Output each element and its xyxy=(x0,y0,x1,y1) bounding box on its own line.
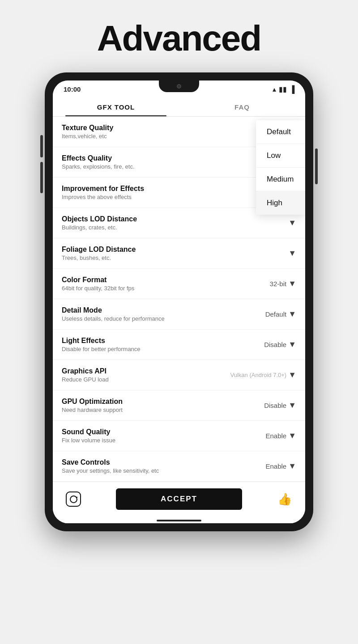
light-effects-subtitle: Disable for better performance xyxy=(62,346,260,352)
save-controls-arrow: ▼ xyxy=(288,462,296,471)
setting-row-foliage-lod: Foliage LOD Distance Trees, bushes, etc.… xyxy=(53,238,305,269)
improvement-effects-title: Improvement for Effects xyxy=(62,185,284,193)
objects-lod-subtitle: Buildings, crates, etc. xyxy=(62,224,284,231)
gpu-optimization-control[interactable]: Disable ▼ xyxy=(264,401,296,410)
effects-quality-dropdown: Default Low Medium High xyxy=(256,120,305,215)
sound-quality-arrow: ▼ xyxy=(288,431,296,441)
objects-lod-control[interactable]: ▼ xyxy=(288,218,296,228)
color-format-arrow: ▼ xyxy=(288,279,296,288)
front-camera xyxy=(177,84,181,89)
tab-bar: GFX TOOL FAQ xyxy=(53,96,305,117)
detail-mode-control[interactable]: Default ▼ xyxy=(265,309,296,319)
graphics-api-control[interactable]: Vulkan (Android 7.0+) ▼ xyxy=(230,370,296,380)
dropdown-item-low[interactable]: Low xyxy=(256,144,305,168)
thumbs-up-button[interactable]: 👍 xyxy=(275,489,294,509)
instagram-icon xyxy=(66,491,81,507)
detail-mode-title: Detail Mode xyxy=(62,306,261,314)
dropdown-item-default[interactable]: Default xyxy=(256,120,305,144)
texture-quality-subtitle: Items,vehicle, etc xyxy=(62,133,261,140)
sound-quality-subtitle: Fix low volume issue xyxy=(62,437,261,444)
color-format-control[interactable]: 32-bit ▼ xyxy=(270,279,296,288)
effects-quality-subtitle: Sparks, explosions, fire, etc. xyxy=(62,163,284,170)
texture-quality-title: Texture Quality xyxy=(62,124,261,132)
dropdown-item-high[interactable]: High xyxy=(256,191,305,215)
graphics-api-arrow: ▼ xyxy=(288,370,296,380)
accept-button[interactable]: ACCEPT xyxy=(116,488,242,510)
color-format-subtitle: 64bit for quality, 32bit for fps xyxy=(62,285,265,292)
volume-up-button[interactable] xyxy=(40,135,43,157)
home-indicator xyxy=(53,516,305,523)
objects-lod-arrow: ▼ xyxy=(288,218,296,228)
foliage-lod-control[interactable]: ▼ xyxy=(288,249,296,258)
setting-row-save-controls: Save Controls Save your settings, like s… xyxy=(53,451,305,482)
power-button[interactable] xyxy=(315,148,318,184)
volume-down-button[interactable] xyxy=(40,162,43,193)
light-effects-title: Light Effects xyxy=(62,337,260,345)
status-icons: ▴ ▮▮ ▐ xyxy=(273,85,294,93)
phone-shell: 10:00 ▴ ▮▮ ▐ GFX TOOL FAQ Tex xyxy=(45,72,313,531)
status-bar: 10:00 ▴ ▮▮ ▐ xyxy=(53,80,305,96)
tab-gfx-tool[interactable]: GFX TOOL xyxy=(53,96,179,116)
phone-screen: 10:00 ▴ ▮▮ ▐ GFX TOOL FAQ Tex xyxy=(53,80,305,523)
foliage-lod-arrow: ▼ xyxy=(288,249,296,258)
sound-quality-title: Sound Quality xyxy=(62,428,261,436)
setting-row-graphics-api: Graphics API Reduce GPU load Vulkan (And… xyxy=(53,360,305,390)
tab-faq[interactable]: FAQ xyxy=(179,96,305,116)
gpu-optimization-title: GPU Optimization xyxy=(62,398,260,406)
save-controls-control[interactable]: Enable ▼ xyxy=(265,462,296,471)
save-controls-subtitle: Save your settings, like sensitivity, et… xyxy=(62,467,261,474)
save-controls-title: Save Controls xyxy=(62,458,261,466)
bottom-bar: ACCEPT 👍 xyxy=(53,482,305,516)
dropdown-item-medium[interactable]: Medium xyxy=(256,168,305,191)
light-effects-arrow: ▼ xyxy=(288,340,296,349)
detail-mode-subtitle: Useless details, reduce for performance xyxy=(62,315,261,322)
light-effects-control[interactable]: Disable ▼ xyxy=(264,340,296,349)
graphics-api-title: Graphics API xyxy=(62,367,226,375)
status-time: 10:00 xyxy=(64,85,81,93)
detail-mode-arrow: ▼ xyxy=(288,309,296,319)
improvement-effects-subtitle: Improves the above effects xyxy=(62,194,284,200)
setting-row-effects-quality: Effects Quality Sparks, explosions, fire… xyxy=(53,147,305,178)
effects-quality-title: Effects Quality xyxy=(62,154,284,162)
objects-lod-title: Objects LOD Distance xyxy=(62,215,284,223)
setting-row-detail-mode: Detail Mode Useless details, reduce for … xyxy=(53,299,305,330)
signal-icon: ▮▮ xyxy=(279,85,287,93)
wifi-icon: ▴ xyxy=(273,85,276,93)
graphics-api-subtitle: Reduce GPU load xyxy=(62,376,226,383)
foliage-lod-title: Foliage LOD Distance xyxy=(62,246,284,254)
gpu-optimization-subtitle: Need hardware support xyxy=(62,407,260,413)
page-title: Advanced xyxy=(97,18,261,59)
settings-list: Texture Quality Items,vehicle, etc Defau… xyxy=(53,117,305,482)
setting-row-sound-quality: Sound Quality Fix low volume issue Enabl… xyxy=(53,421,305,451)
setting-row-color-format: Color Format 64bit for quality, 32bit fo… xyxy=(53,269,305,299)
color-format-title: Color Format xyxy=(62,276,265,284)
setting-row-gpu-optimization: GPU Optimization Need hardware support D… xyxy=(53,390,305,421)
setting-row-light-effects: Light Effects Disable for better perform… xyxy=(53,330,305,360)
sound-quality-control[interactable]: Enable ▼ xyxy=(265,431,296,441)
instagram-button[interactable] xyxy=(64,489,83,509)
thumbs-up-icon: 👍 xyxy=(277,492,292,506)
battery-icon: ▐ xyxy=(290,85,294,93)
notch xyxy=(159,80,199,92)
gpu-optimization-arrow: ▼ xyxy=(288,401,296,410)
foliage-lod-subtitle: Trees, bushes, etc. xyxy=(62,254,284,261)
home-bar xyxy=(157,520,201,521)
